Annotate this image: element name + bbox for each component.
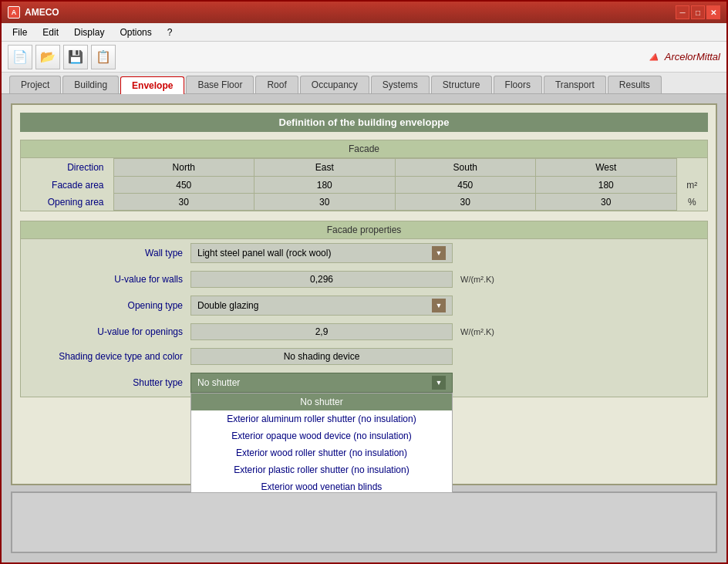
save-button[interactable]: 💾 [63,45,88,69]
title-bar-buttons: ─ □ ✕ [676,5,720,19]
opening-area-south[interactable]: 30 [395,194,536,211]
u-value-openings-unit: W/(m².K) [460,327,507,336]
opening-area-unit: % [676,194,707,211]
tab-occupancy[interactable]: Occupancy [300,76,369,93]
content-panel: Definition of the building enveloppe Fac… [11,103,717,485]
u-value-openings-value[interactable]: 2,9 [190,323,453,340]
arcelormittal-logo: 🔺 ArcelorMittal [645,49,720,66]
shutter-option-4[interactable]: Exterior plastic roller shutter (no insu… [191,461,452,478]
direction-north: North [113,159,254,177]
shutter-dropdown[interactable]: No shutter Exterior aluminum roller shut… [190,393,453,493]
shutter-container: No shutter ▼ No shutter Exterior aluminu… [190,373,453,393]
facade-table: Direction North East South West Facade a… [21,158,707,211]
window-title: AMECO [25,7,59,18]
direction-east: East [254,159,396,177]
opening-area-north[interactable]: 30 [113,194,254,211]
tab-transport[interactable]: Transport [544,76,606,93]
facade-area-unit: m² [676,177,707,194]
menu-help[interactable]: ? [160,25,180,40]
facade-area-north[interactable]: 450 [113,177,254,194]
bottom-area [11,491,717,553]
facade-area-south[interactable]: 450 [395,177,536,194]
table-row-opening-area: Opening area 30 30 30 30 % [21,194,707,211]
facade-section-title: Facade [21,140,707,158]
app-icon: A [8,6,20,19]
opening-type-arrow: ▼ [432,299,446,312]
tab-roof[interactable]: Roof [255,76,298,93]
direction-south: South [395,159,536,177]
shutter-type-selected[interactable]: No shutter ▼ [190,373,453,393]
facade-area-label: Facade area [21,177,113,194]
direction-label: Direction [21,159,113,177]
shading-device-row: Shading device type and color No shading… [21,344,707,369]
main-content: Definition of the building enveloppe Fac… [2,94,726,562]
tab-floors[interactable]: Floors [494,76,542,93]
table-row-direction: Direction North East South West [21,159,707,177]
opening-type-row: Opening type Double glazing ▼ [21,292,707,319]
u-value-walls-row: U-value for walls 0,296 W/(m².K) [21,267,707,292]
menu-options[interactable]: Options [112,25,159,40]
opening-area-label: Opening area [21,194,113,211]
copy-button[interactable]: 📋 [91,45,116,69]
tab-building[interactable]: Building [62,76,119,93]
menu-display[interactable]: Display [66,25,112,40]
tab-envelope[interactable]: Envelope [120,76,184,94]
shading-device-label: Shading device type and color [29,351,183,362]
u-value-openings-label: U-value for openings [29,326,183,337]
title-bar-left: A AMECO [8,6,59,19]
menu-bar: File Edit Display Options ? [2,23,726,42]
facade-area-east[interactable]: 180 [254,177,396,194]
u-value-walls-label: U-value for walls [29,274,183,285]
opening-area-east[interactable]: 30 [254,194,396,211]
u-value-walls-unit: W/(m².K) [460,275,507,284]
tab-systems[interactable]: Systems [371,76,430,93]
main-window: A AMECO ─ □ ✕ File Edit Display Options … [0,0,728,564]
shutter-selected-text: No shutter [197,377,240,388]
opening-area-west[interactable]: 30 [536,194,677,211]
new-button[interactable]: 📄 [8,45,32,69]
shutter-type-row: Shutter type No shutter ▼ No shutter Ext… [21,369,707,397]
shutter-option-0[interactable]: No shutter [191,393,452,410]
close-button[interactable]: ✕ [706,5,720,19]
facade-area-west[interactable]: 180 [536,177,677,194]
direction-west: West [536,159,677,177]
tab-base-floor[interactable]: Base Floor [186,76,254,93]
maximize-button[interactable]: □ [691,5,705,19]
table-row-facade-area: Facade area 450 180 450 180 m² [21,177,707,194]
panel-title: Definition of the building enveloppe [20,113,708,132]
tab-results[interactable]: Results [608,76,662,93]
toolbar: 📄 📂 💾 📋 🔺 ArcelorMittal [2,42,726,73]
facade-properties-section: Facade properties Wall type Light steel … [20,221,708,397]
opening-type-value: Double glazing [197,300,258,311]
opening-type-label: Opening type [29,300,183,311]
shutter-option-5[interactable]: Exterior wood venetian blinds [191,478,452,493]
shutter-type-label: Shutter type [29,377,183,388]
shutter-option-3[interactable]: Exterior wood roller shutter (no insulat… [191,444,452,461]
wall-type-arrow: ▼ [432,246,446,260]
minimize-button[interactable]: ─ [676,5,689,19]
wall-type-row: Wall type Light steel panel wall (rock w… [21,239,707,267]
facade-properties-title: Facade properties [21,221,707,239]
shading-device-value: No shading device [190,348,453,365]
shutter-option-2[interactable]: Exterior opaque wood device (no insulati… [191,427,452,444]
shutter-option-1[interactable]: Exterior aluminum roller shutter (no ins… [191,410,452,427]
tab-structure[interactable]: Structure [431,76,492,93]
open-button[interactable]: 📂 [35,45,60,69]
u-value-openings-row: U-value for openings 2,9 W/(m².K) [21,319,707,344]
menu-file[interactable]: File [5,25,35,40]
title-bar: A AMECO ─ □ ✕ [2,2,726,23]
menu-edit[interactable]: Edit [35,25,66,40]
tab-project[interactable]: Project [9,76,61,93]
wall-type-dropdown[interactable]: Light steel panel wall (rock wool) ▼ [190,243,453,263]
wall-type-value: Light steel panel wall (rock wool) [197,248,331,258]
shutter-dropdown-arrow: ▼ [432,376,446,390]
nav-tabs: Project Building Envelope Base Floor Roo… [2,73,726,94]
u-value-walls-value[interactable]: 0,296 [190,271,453,288]
opening-type-dropdown[interactable]: Double glazing ▼ [190,296,453,316]
wall-type-label: Wall type [29,248,183,258]
facade-section: Facade Direction North East South West F… [20,140,708,211]
